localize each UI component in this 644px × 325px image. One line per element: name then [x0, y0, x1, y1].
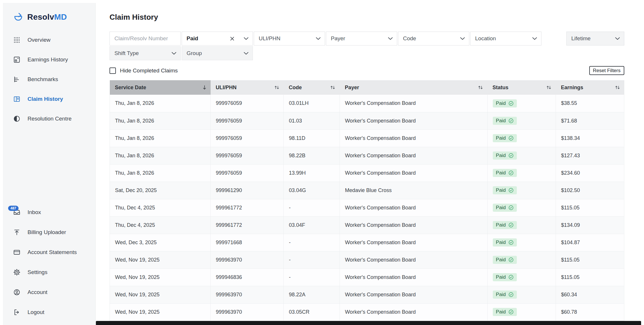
- sidebar-item-claim-history[interactable]: Claim History: [3, 92, 95, 106]
- location-filter-dropdown[interactable]: Location: [470, 32, 541, 45]
- column-label: Payer: [345, 85, 359, 91]
- table-row[interactable]: Wed, Nov 19, 2025 999963970 03.05CR Work…: [110, 303, 624, 321]
- table-row[interactable]: Wed, Nov 19, 2025 999963970 - Worker's C…: [110, 251, 624, 269]
- cell-earnings: $134.09: [556, 216, 624, 234]
- table-row[interactable]: Wed, Dec 3, 2025 999971668 - Worker's Co…: [110, 234, 624, 251]
- table-row[interactable]: Thu, Dec 4, 2025 999961772 - Worker's Co…: [110, 199, 624, 216]
- table-row[interactable]: Thu, Jan 8, 2026 999976059 03.01LH Worke…: [110, 95, 624, 112]
- sort-desc-icon: [202, 85, 207, 90]
- column-header-status[interactable]: Status: [487, 80, 556, 95]
- sidebar-item-logout[interactable]: Logout: [3, 305, 95, 319]
- check-circle-icon: [508, 309, 514, 315]
- cell-earnings: $234.60: [556, 164, 624, 182]
- payer-filter-dropdown[interactable]: Payer: [326, 32, 397, 45]
- table-row[interactable]: Thu, Jan 8, 2026 999976059 98.22B Worker…: [110, 147, 624, 164]
- column-header-earnings[interactable]: Earnings: [556, 80, 624, 95]
- sidebar-item-overview[interactable]: Overview: [3, 33, 95, 47]
- column-header-service-date[interactable]: Service Date: [110, 80, 211, 95]
- check-circle-icon: [508, 275, 514, 280]
- timeframe-filter-dropdown[interactable]: Lifetime: [566, 32, 624, 45]
- cell-service-date: Thu, Jan 8, 2026: [110, 147, 211, 164]
- table-row[interactable]: Thu, Jan 8, 2026 999976059 98.11D Worker…: [110, 129, 624, 147]
- cell-uli: 999976059: [211, 129, 284, 147]
- group-filter-dropdown[interactable]: Group: [182, 46, 253, 60]
- clear-status-filter-icon[interactable]: [230, 36, 234, 41]
- table-row[interactable]: Wed, Nov 19, 2025 999946836 - Worker's C…: [110, 269, 624, 286]
- cell-payer: Worker's Compensation Board: [340, 95, 487, 112]
- cell-status: Paid: [487, 112, 556, 129]
- sidebar-item-billing-uploader[interactable]: Billing Uploader: [3, 225, 95, 239]
- shift-type-filter-dropdown[interactable]: Shift Type: [110, 46, 181, 60]
- cell-status: Paid: [487, 234, 556, 251]
- cell-uli: 999963970: [211, 251, 284, 269]
- gear-icon: [13, 269, 21, 276]
- table-row[interactable]: Thu, Jan 8, 2026 999976059 01.03 Worker'…: [110, 112, 624, 129]
- status-filter-dropdown[interactable]: Paid: [182, 32, 253, 45]
- status-label: Paid: [496, 153, 506, 158]
- status-label: Paid: [496, 170, 506, 176]
- sidebar-item-benchmarks[interactable]: Benchmarks: [3, 72, 95, 86]
- brand-logo[interactable]: ResolvMD: [3, 12, 95, 23]
- sidebar-item-settings[interactable]: Settings: [3, 265, 95, 279]
- chevron-down-icon: [615, 37, 620, 40]
- sidebar-item-account-statements[interactable]: Account Statements: [3, 245, 95, 259]
- claims-table-header: Service Date ULI/PHN: [110, 80, 624, 95]
- table-row[interactable]: Sat, Dec 20, 2025 999961290 03.04G Medav…: [110, 182, 624, 199]
- hide-completed-checkbox[interactable]: [110, 67, 116, 74]
- chevron-down-icon: [244, 37, 249, 40]
- status-label: Paid: [496, 309, 506, 315]
- cell-payer: Worker's Compensation Board: [340, 251, 487, 269]
- claims-table-icon: [13, 95, 21, 103]
- sidebar-item-label: Logout: [28, 309, 44, 315]
- table-row[interactable]: Thu, Dec 4, 2025 999961772 03.04F Worker…: [110, 216, 624, 234]
- uli-phn-filter-dropdown[interactable]: ULI/PHN: [254, 32, 325, 45]
- sidebar-item-label: Benchmarks: [28, 76, 58, 83]
- table-row[interactable]: Thu, Jan 8, 2026 999976059 13.99H Worker…: [110, 164, 624, 182]
- cell-status: Paid: [487, 129, 556, 147]
- status-badge: Paid: [493, 134, 517, 142]
- sidebar-item-account[interactable]: Account: [3, 285, 95, 299]
- cell-service-date: Thu, Jan 8, 2026: [110, 164, 211, 182]
- status-badge: Paid: [493, 256, 517, 264]
- check-circle-icon: [508, 292, 514, 297]
- sidebar-item-resolution-centre[interactable]: Resolution Centre: [3, 112, 95, 126]
- column-header-code[interactable]: Code: [284, 80, 340, 95]
- cell-service-date: Sat, Dec 20, 2025: [110, 182, 211, 199]
- app-window: ResolvMD Overview: [3, 3, 641, 325]
- cell-code: 13.99H: [284, 164, 340, 182]
- cell-code: 03.04F: [284, 216, 340, 234]
- cell-status: Paid: [487, 216, 556, 234]
- sidebar-item-inbox[interactable]: 487 Inbox: [3, 205, 95, 219]
- sidebar-item-earnings-history[interactable]: Earnings History: [3, 53, 95, 67]
- cell-status: Paid: [487, 251, 556, 269]
- chevron-down-icon: [316, 37, 321, 40]
- brand-name: ResolvMD: [27, 12, 67, 22]
- main-content: Claim History Paid ULI/PHN: [96, 3, 641, 325]
- claim-number-input[interactable]: [110, 32, 180, 45]
- inbox-count-badge: 487: [8, 206, 19, 211]
- hide-completed-label: Hide Completed Claims: [120, 67, 178, 74]
- reset-filters-button[interactable]: Reset Filters: [589, 66, 624, 75]
- cell-payer: Worker's Compensation Board: [340, 234, 487, 251]
- location-filter-label: Location: [475, 35, 528, 42]
- status-badge: Paid: [493, 99, 517, 107]
- status-badge: Paid: [493, 151, 517, 160]
- column-label: Earnings: [561, 85, 583, 91]
- credit-card-icon: [13, 249, 21, 256]
- table-row[interactable]: Wed, Nov 19, 2025 999963970 98.22A Worke…: [110, 286, 624, 303]
- cell-code: 98.22B: [284, 147, 340, 164]
- cell-code: -: [284, 234, 340, 251]
- column-header-payer[interactable]: Payer: [340, 80, 487, 95]
- cell-service-date: Wed, Dec 3, 2025: [110, 234, 211, 251]
- status-badge: Paid: [493, 221, 517, 229]
- cell-uli: 999976059: [211, 164, 284, 182]
- column-header-uli-phn[interactable]: ULI/PHN: [211, 80, 284, 95]
- chevron-down-icon: [172, 52, 176, 55]
- status-badge: Paid: [493, 186, 517, 194]
- cell-earnings: $115.05: [556, 199, 624, 216]
- cell-uli: 999976059: [211, 95, 284, 112]
- check-circle-icon: [508, 101, 514, 106]
- check-circle-icon: [508, 240, 514, 245]
- half-circle-icon: [13, 115, 21, 123]
- code-filter-dropdown[interactable]: Code: [398, 32, 469, 45]
